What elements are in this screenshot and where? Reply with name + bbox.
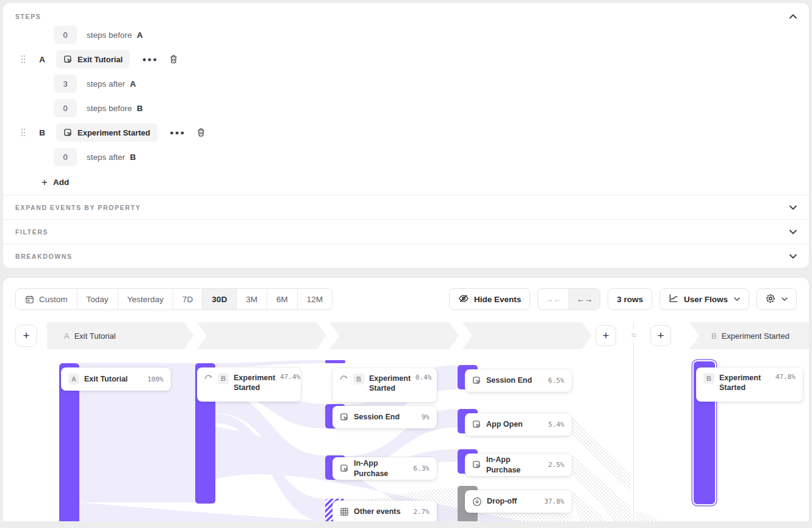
- step-count-row: 3steps afterA: [3, 71, 809, 96]
- flow-node-title: Experiment Started: [719, 373, 771, 393]
- flow-node-card-in-app-purchase[interactable]: In-App Purchase2.5%: [465, 454, 572, 476]
- event-icon: [472, 460, 481, 469]
- flow-node-percent: 9%: [422, 413, 429, 421]
- flow-node-title: Experiment Started: [234, 373, 275, 393]
- event-selector-button[interactable]: Exit Tutorial: [56, 50, 130, 68]
- step-count-input[interactable]: 3: [54, 74, 77, 93]
- jump-arrow-icon: [340, 374, 348, 380]
- flow-node-title: Session End: [354, 412, 417, 422]
- step-ref-letter: B: [130, 153, 136, 162]
- flow-node-percent: 47.8%: [775, 373, 796, 381]
- section-header-expand-events-by-property[interactable]: EXPAND EVENTS BY PROPERTY: [3, 195, 809, 219]
- flow-node-card-experiment-started[interactable]: BExperiment Started47.8%: [696, 367, 803, 402]
- event-name: Exit Tutorial: [77, 55, 123, 64]
- event-name: Experiment Started: [77, 128, 150, 137]
- step-badge: B: [703, 373, 714, 384]
- step-count-label: steps before: [87, 104, 132, 113]
- flow-node-percent: 6.5%: [548, 377, 565, 385]
- flow-node-card-other-events[interactable]: Other events2.7%: [332, 501, 437, 521]
- drag-handle-icon[interactable]: [21, 128, 26, 137]
- flow-node-title: In-App Purchase: [486, 455, 544, 475]
- step-event-row: AExit Tutorial●●●: [3, 47, 809, 71]
- chevron-down-icon[interactable]: [789, 230, 797, 234]
- section-label: EXPAND EVENTS BY PROPERTY: [15, 204, 141, 211]
- flow-node-card-experiment-started[interactable]: BExperiment Started0.4%: [332, 368, 437, 402]
- flow-node-card-session-end[interactable]: Session End6.5%: [465, 369, 572, 392]
- flow-node-percent: 5.4%: [548, 421, 565, 429]
- flow-node-title: Other events: [354, 507, 409, 516]
- jump-arrow-icon: [204, 373, 213, 380]
- step-event-row: BExperiment Started●●●: [3, 120, 809, 145]
- steps-section-header[interactable]: STEPS: [3, 3, 809, 23]
- steps-rows: 0steps beforeAAExit Tutorial●●●3steps af…: [3, 23, 809, 169]
- step-ref-letter: A: [130, 79, 136, 89]
- flow-node-title: App Open: [486, 419, 544, 429]
- chevron-down-icon[interactable]: [789, 254, 797, 259]
- section-header-filters[interactable]: FILTERS: [3, 219, 809, 244]
- flow-node-title: Drop-off: [487, 496, 539, 506]
- flow-node-percent: 6.3%: [414, 465, 430, 472]
- event-icon: [340, 464, 349, 473]
- event-selector-button[interactable]: Experiment Started: [56, 123, 157, 142]
- other-events-grid-icon: [340, 507, 349, 516]
- event-icon: [472, 420, 481, 429]
- flow-node-card-exit-tutorial[interactable]: AExit Tutorial100%: [61, 367, 171, 391]
- step-count-label: steps after: [87, 153, 125, 162]
- step-ref-letter: A: [137, 31, 143, 40]
- flow-node-bar-experiment-started[interactable]: [325, 360, 345, 363]
- step-badge: B: [218, 373, 229, 384]
- flow-node-title: Exit Tutorial: [84, 374, 143, 384]
- section-header-breakdowns[interactable]: BREAKDOWNS: [3, 244, 809, 268]
- step-letter: B: [38, 128, 46, 137]
- section-label: BREAKDOWNS: [15, 253, 73, 260]
- flow-node-title: Experiment Started: [369, 374, 411, 394]
- step-count-row: 0steps beforeA: [3, 23, 809, 47]
- chevron-up-icon[interactable]: [789, 14, 797, 19]
- step-count-row: 0steps beforeB: [3, 96, 809, 120]
- step-count-label: steps after: [87, 79, 125, 89]
- add-step-button[interactable]: + Add: [41, 177, 69, 187]
- flow-node-card-app-open[interactable]: App Open5.4%: [465, 413, 572, 436]
- steps-title: STEPS: [15, 13, 41, 20]
- flow-node-title: Session End: [486, 375, 544, 385]
- section-label: FILTERS: [15, 228, 48, 236]
- step-count-label: steps before: [87, 31, 132, 40]
- event-icon: [472, 376, 481, 385]
- flow-node-percent: 47.4%: [280, 373, 300, 381]
- flow-node-title: In-App Purchase: [354, 458, 409, 479]
- step-badge: A: [68, 374, 79, 385]
- step-count-input[interactable]: 0: [54, 148, 77, 166]
- collapsed-sections: EXPAND EVENTS BY PROPERTYFILTERSBREAKDOW…: [3, 195, 809, 268]
- flow-node-card-in-app-purchase[interactable]: In-App Purchase6.3%: [332, 457, 437, 480]
- plus-icon: +: [41, 177, 48, 187]
- add-step-label: Add: [53, 178, 69, 187]
- event-icon: [63, 55, 73, 64]
- step-count-input[interactable]: 0: [54, 26, 77, 44]
- flow-node-percent: 100%: [148, 375, 164, 383]
- step-count-input[interactable]: 0: [54, 99, 77, 117]
- step-badge: B: [353, 374, 364, 385]
- more-options-button[interactable]: ●●●: [142, 56, 158, 63]
- flow-panel: CustomTodayYesterday7D30D3M6M12M Hide Ev…: [2, 277, 810, 521]
- add-step-row: + Add: [3, 169, 809, 195]
- flow-node-percent: 37.8%: [544, 497, 564, 505]
- chevron-down-icon[interactable]: [789, 205, 797, 210]
- flow-node-card-session-end[interactable]: Session End9%: [332, 406, 437, 429]
- event-icon: [63, 128, 73, 137]
- drag-handle-icon[interactable]: [21, 55, 26, 63]
- flow-node-percent: 0.4%: [415, 374, 432, 382]
- more-options-button[interactable]: ●●●: [170, 129, 185, 136]
- step-letter: A: [38, 55, 46, 64]
- flow-node-card-drop-off[interactable]: Drop-off37.8%: [465, 490, 572, 513]
- trash-icon[interactable]: [196, 128, 206, 137]
- step-ref-letter: B: [137, 104, 143, 113]
- flow-node-card-experiment-started[interactable]: BExperiment Started47.4%: [197, 367, 301, 402]
- drop-off-icon: [472, 497, 482, 507]
- step-count-row: 0steps afterB: [3, 145, 809, 169]
- steps-panel: STEPS 0steps beforeAAExit Tutorial●●●3st…: [2, 2, 810, 269]
- flow-node-percent: 2.7%: [414, 508, 430, 516]
- event-icon: [340, 413, 349, 422]
- flow-node-percent: 2.5%: [548, 461, 565, 469]
- trash-icon[interactable]: [169, 54, 178, 64]
